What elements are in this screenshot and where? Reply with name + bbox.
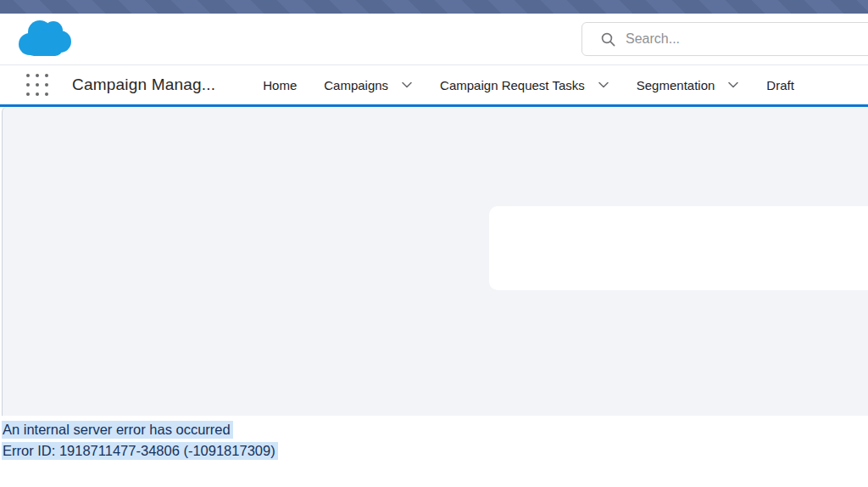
tab-home-label: Home — [263, 78, 297, 92]
salesforce-cloud-logo-icon — [18, 18, 72, 58]
app-name-label: Campaign Manag... — [72, 76, 215, 94]
global-search-box[interactable] — [581, 22, 868, 56]
empty-content-card — [489, 206, 868, 290]
error-message-area: An internal server error has occurred Er… — [0, 416, 868, 462]
global-header — [0, 14, 868, 65]
main-content-region — [2, 107, 868, 416]
tab-campaigns-label: Campaigns — [324, 78, 388, 92]
chevron-down-icon[interactable] — [598, 79, 609, 91]
search-input[interactable] — [626, 31, 868, 47]
app-launcher-waffle-icon[interactable] — [24, 71, 51, 98]
top-banner — [0, 0, 868, 14]
nav-tabs: Home Campaigns Campaign Request Tasks Se… — [263, 78, 821, 92]
chevron-down-icon[interactable] — [401, 79, 413, 91]
search-icon — [601, 32, 615, 47]
tab-draft-label: Draft — [766, 78, 794, 92]
tab-campaign-request-tasks[interactable]: Campaign Request Tasks — [440, 78, 609, 92]
error-message-text: An internal server error has occurred — [2, 421, 233, 439]
app-navbar: Campaign Manag... Home Campaigns Campaig… — [0, 65, 868, 104]
error-id-text: Error ID: 1918711477-34806 (-1091817309) — [2, 442, 278, 460]
chevron-down-icon[interactable] — [727, 79, 739, 91]
tab-campaign-request-tasks-label: Campaign Request Tasks — [440, 78, 585, 92]
tab-segmentation[interactable]: Segmentation — [637, 78, 740, 92]
tab-campaigns[interactable]: Campaigns — [324, 78, 413, 92]
tab-home[interactable]: Home — [263, 78, 297, 92]
tab-draft-truncated[interactable]: Draft — [766, 78, 794, 92]
tab-segmentation-label: Segmentation — [637, 78, 715, 92]
